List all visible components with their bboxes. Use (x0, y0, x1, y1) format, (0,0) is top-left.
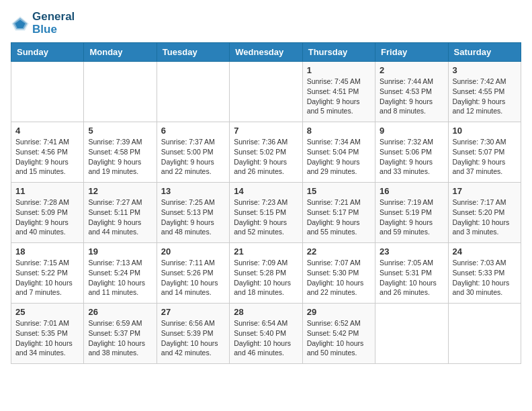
day-info: Sunrise: 7:05 AM Sunset: 5:31 PM Dayligh… (380, 258, 443, 298)
day-info: Sunrise: 7:45 AM Sunset: 4:51 PM Dayligh… (307, 77, 371, 116)
day-number: 27 (161, 307, 225, 317)
day-info: Sunrise: 6:54 AM Sunset: 5:40 PM Dayligh… (234, 318, 298, 358)
calendar-cell: 2Sunrise: 7:44 AM Sunset: 4:53 PM Daylig… (375, 62, 448, 122)
day-number: 20 (161, 246, 225, 257)
logo-text: General Blue (32, 11, 75, 36)
calendar-cell: 12Sunrise: 7:27 AM Sunset: 5:11 PM Dayli… (84, 183, 157, 243)
calendar-cell: 3Sunrise: 7:42 AM Sunset: 4:55 PM Daylig… (448, 62, 521, 122)
header-friday: Friday (375, 43, 448, 62)
day-info: Sunrise: 7:21 AM Sunset: 5:17 PM Dayligh… (307, 197, 371, 237)
calendar-cell: 13Sunrise: 7:25 AM Sunset: 5:13 PM Dayli… (157, 183, 229, 243)
calendar-header-row: SundayMondayTuesdayWednesdayThursdayFrid… (11, 43, 521, 62)
day-number: 15 (307, 186, 371, 196)
day-number: 9 (380, 126, 443, 136)
day-number: 6 (161, 126, 225, 136)
header-sunday: Sunday (11, 43, 84, 62)
day-number: 25 (15, 307, 79, 317)
day-info: Sunrise: 7:44 AM Sunset: 4:53 PM Dayligh… (380, 77, 443, 116)
calendar-cell: 26Sunrise: 6:59 AM Sunset: 5:37 PM Dayli… (84, 304, 157, 364)
calendar-cell (375, 304, 448, 364)
day-info: Sunrise: 7:41 AM Sunset: 4:56 PM Dayligh… (15, 137, 79, 177)
week-row-3: 11Sunrise: 7:28 AM Sunset: 5:09 PM Dayli… (11, 183, 521, 243)
logo: General Blue (11, 11, 75, 36)
day-number: 24 (453, 246, 517, 257)
day-info: Sunrise: 6:56 AM Sunset: 5:39 PM Dayligh… (161, 318, 225, 358)
day-number: 17 (453, 186, 517, 196)
day-info: Sunrise: 7:30 AM Sunset: 5:07 PM Dayligh… (453, 137, 517, 177)
day-info: Sunrise: 7:13 AM Sunset: 5:24 PM Dayligh… (88, 258, 152, 298)
day-number: 16 (380, 186, 443, 196)
calendar-cell (11, 62, 84, 122)
week-row-5: 25Sunrise: 7:01 AM Sunset: 5:35 PM Dayli… (11, 304, 521, 364)
day-number: 14 (234, 186, 298, 196)
day-info: Sunrise: 7:03 AM Sunset: 5:33 PM Dayligh… (453, 258, 517, 298)
day-number: 2 (380, 65, 443, 75)
day-number: 23 (380, 246, 443, 257)
calendar-table: SundayMondayTuesdayWednesdayThursdayFrid… (11, 42, 521, 364)
day-info: Sunrise: 6:59 AM Sunset: 5:37 PM Dayligh… (88, 318, 152, 358)
calendar-cell: 17Sunrise: 7:17 AM Sunset: 5:20 PM Dayli… (448, 183, 521, 243)
week-row-4: 18Sunrise: 7:15 AM Sunset: 5:22 PM Dayli… (11, 243, 521, 304)
calendar-cell: 20Sunrise: 7:11 AM Sunset: 5:26 PM Dayli… (157, 243, 229, 304)
day-info: Sunrise: 7:28 AM Sunset: 5:09 PM Dayligh… (15, 197, 79, 237)
calendar-cell: 19Sunrise: 7:13 AM Sunset: 5:24 PM Dayli… (84, 243, 157, 304)
day-number: 22 (307, 246, 371, 257)
calendar-cell: 11Sunrise: 7:28 AM Sunset: 5:09 PM Dayli… (11, 183, 84, 243)
day-info: Sunrise: 7:39 AM Sunset: 4:58 PM Dayligh… (88, 137, 152, 177)
week-row-1: 1Sunrise: 7:45 AM Sunset: 4:51 PM Daylig… (11, 62, 521, 122)
day-info: Sunrise: 7:37 AM Sunset: 5:00 PM Dayligh… (161, 137, 225, 177)
day-number: 11 (15, 186, 79, 196)
day-info: Sunrise: 7:36 AM Sunset: 5:02 PM Dayligh… (234, 137, 298, 177)
header-monday: Monday (84, 43, 157, 62)
day-number: 28 (234, 307, 298, 317)
header-thursday: Thursday (302, 43, 375, 62)
day-number: 13 (161, 186, 225, 196)
calendar-cell: 14Sunrise: 7:23 AM Sunset: 5:15 PM Dayli… (230, 183, 302, 243)
day-number: 26 (88, 307, 152, 317)
header-wednesday: Wednesday (230, 43, 302, 62)
day-info: Sunrise: 7:27 AM Sunset: 5:11 PM Dayligh… (88, 197, 152, 237)
page-header: General Blue (11, 11, 521, 36)
calendar-cell: 24Sunrise: 7:03 AM Sunset: 5:33 PM Dayli… (448, 243, 521, 304)
day-info: Sunrise: 7:34 AM Sunset: 5:04 PM Dayligh… (307, 137, 371, 177)
calendar-cell: 15Sunrise: 7:21 AM Sunset: 5:17 PM Dayli… (302, 183, 375, 243)
day-info: Sunrise: 7:11 AM Sunset: 5:26 PM Dayligh… (161, 258, 225, 298)
calendar-cell: 27Sunrise: 6:56 AM Sunset: 5:39 PM Dayli… (157, 304, 229, 364)
day-number: 1 (307, 65, 371, 75)
day-number: 8 (307, 126, 371, 136)
calendar-cell (230, 62, 302, 122)
calendar-cell: 25Sunrise: 7:01 AM Sunset: 5:35 PM Dayli… (11, 304, 84, 364)
calendar-cell: 5Sunrise: 7:39 AM Sunset: 4:58 PM Daylig… (84, 122, 157, 183)
day-info: Sunrise: 7:09 AM Sunset: 5:28 PM Dayligh… (234, 258, 298, 298)
day-info: Sunrise: 7:15 AM Sunset: 5:22 PM Dayligh… (15, 258, 79, 298)
day-number: 3 (453, 65, 517, 75)
calendar-cell: 22Sunrise: 7:07 AM Sunset: 5:30 PM Dayli… (302, 243, 375, 304)
day-number: 29 (307, 307, 371, 317)
day-number: 5 (88, 126, 152, 136)
calendar-cell: 6Sunrise: 7:37 AM Sunset: 5:00 PM Daylig… (157, 122, 229, 183)
header-saturday: Saturday (448, 43, 521, 62)
calendar-cell: 23Sunrise: 7:05 AM Sunset: 5:31 PM Dayli… (375, 243, 448, 304)
calendar-cell (84, 62, 157, 122)
logo-icon (11, 14, 30, 33)
week-row-2: 4Sunrise: 7:41 AM Sunset: 4:56 PM Daylig… (11, 122, 521, 183)
calendar-cell (157, 62, 229, 122)
calendar-cell: 8Sunrise: 7:34 AM Sunset: 5:04 PM Daylig… (302, 122, 375, 183)
day-info: Sunrise: 7:25 AM Sunset: 5:13 PM Dayligh… (161, 197, 225, 237)
day-number: 18 (15, 246, 79, 257)
day-number: 10 (453, 126, 517, 136)
calendar-cell: 4Sunrise: 7:41 AM Sunset: 4:56 PM Daylig… (11, 122, 84, 183)
calendar-cell: 16Sunrise: 7:19 AM Sunset: 5:19 PM Dayli… (375, 183, 448, 243)
day-number: 21 (234, 246, 298, 257)
calendar-cell: 9Sunrise: 7:32 AM Sunset: 5:06 PM Daylig… (375, 122, 448, 183)
day-number: 4 (15, 126, 79, 136)
day-number: 12 (88, 186, 152, 196)
calendar-cell: 21Sunrise: 7:09 AM Sunset: 5:28 PM Dayli… (230, 243, 302, 304)
day-info: Sunrise: 7:17 AM Sunset: 5:20 PM Dayligh… (453, 197, 517, 237)
calendar-cell: 7Sunrise: 7:36 AM Sunset: 5:02 PM Daylig… (230, 122, 302, 183)
day-info: Sunrise: 7:23 AM Sunset: 5:15 PM Dayligh… (234, 197, 298, 237)
day-info: Sunrise: 7:07 AM Sunset: 5:30 PM Dayligh… (307, 258, 371, 298)
day-info: Sunrise: 7:42 AM Sunset: 4:55 PM Dayligh… (453, 77, 517, 116)
day-info: Sunrise: 7:19 AM Sunset: 5:19 PM Dayligh… (380, 197, 443, 237)
calendar-cell (448, 304, 521, 364)
